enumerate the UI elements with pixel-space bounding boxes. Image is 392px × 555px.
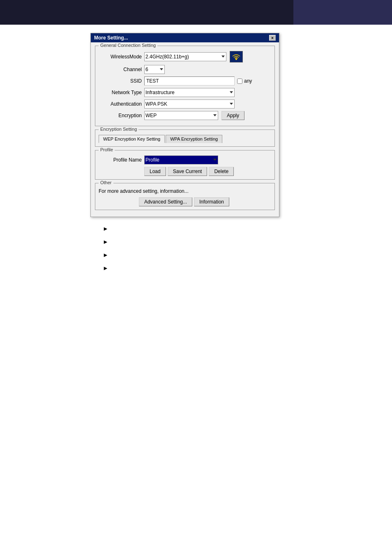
any-checkbox-row: any [237,78,252,84]
svg-point-0 [235,58,237,60]
delete-button[interactable]: Delete [209,167,234,176]
bullet-arrow-4: ► [103,265,108,271]
other-section-content: For more advanced setting, information..… [99,188,271,206]
encryption-select[interactable]: WEP [144,111,218,120]
information-button[interactable]: Information [194,197,229,206]
top-bar-right-block [293,0,392,25]
general-section-title: General Connection Setting [99,43,157,48]
advanced-setting-button[interactable]: Advanced Setting... [139,197,192,206]
content-area: More Setting... × General Connection Set… [0,25,392,294]
channel-select[interactable]: 6 [144,65,165,74]
bullet-section: ► ► ► ► [90,217,392,286]
encryption-tabs: WEP Encryption Key Setting WPA Encryptio… [99,135,271,143]
ssid-label: SSID [99,78,142,84]
dialog-title: More Setting... [94,35,128,41]
ssid-input[interactable] [144,76,235,86]
top-bar [0,0,392,25]
encryption-label: Encryption [99,113,142,118]
bullet-arrow-1: ► [103,225,108,232]
general-section-content: WirelessMode 2.4GHz(802.11b+g) [99,51,271,120]
close-icon: × [271,36,274,40]
profile-name-label: Profile Name [99,157,142,163]
wireless-mode-row: WirelessMode 2.4GHz(802.11b+g) [99,51,271,62]
authentication-select[interactable]: WPA PSK [144,99,235,109]
profile-buttons: Load Save Current Delete [144,167,271,176]
bullet-item-4: ► [103,265,380,271]
bullet-item-2: ► [103,238,380,245]
save-current-button[interactable]: Save Current [168,167,208,176]
ssid-row: SSID any [99,76,271,86]
load-button[interactable]: Load [144,167,166,176]
wireless-icon [230,51,243,62]
profile-section: Profile Profile Name Profile Load Save C… [95,150,275,180]
wep-tab-label: WEP Encryption Key Setting [103,136,160,141]
encryption-setting-section: Encryption Setting WEP Encryption Key Se… [95,130,275,147]
encryption-section-title: Encryption Setting [99,127,138,132]
profile-name-select[interactable]: Profile [144,155,218,164]
dialog-close-button[interactable]: × [269,35,276,41]
profile-section-title: Profile [99,147,115,152]
network-type-label: Network Type [99,90,142,95]
more-setting-dialog: More Setting... × General Connection Set… [90,33,279,217]
network-type-select[interactable]: Infrastructure [144,88,235,97]
other-buttons: Advanced Setting... Information [99,197,271,206]
channel-label: Channel [99,67,142,72]
other-description: For more advanced setting, information..… [99,188,271,194]
authentication-label: Authentication [99,101,142,107]
other-section: Other For more advanced setting, informa… [95,183,275,210]
bullet-item-1: ► [103,225,380,232]
profile-name-row: Profile Name Profile [99,155,271,164]
apply-button[interactable]: Apply [221,111,244,120]
wireless-mode-label: WirelessMode [99,54,142,60]
wireless-mode-select[interactable]: 2.4GHz(802.11b+g) [144,52,226,61]
encryption-row: Encryption WEP Apply [99,111,271,120]
wpa-tab-label: WPA Encryption Setting [170,136,218,141]
bullet-arrow-2: ► [103,238,108,245]
bullet-arrow-3: ► [103,252,108,258]
bullet-item-3: ► [103,252,380,258]
authentication-row: Authentication WPA PSK [99,99,271,109]
other-section-title: Other [99,180,113,185]
dialog-body: General Connection Setting WirelessMode … [91,42,279,217]
dialog-titlebar: More Setting... × [91,33,279,42]
any-label: any [244,78,252,84]
wep-encryption-tab[interactable]: WEP Encryption Key Setting [99,135,165,143]
network-type-row: Network Type Infrastructure [99,88,271,97]
general-connection-section: General Connection Setting WirelessMode … [95,46,275,126]
channel-row: Channel 6 [99,65,271,74]
any-checkbox[interactable] [237,79,242,84]
encryption-section-content: WEP Encryption Key Setting WPA Encryptio… [99,135,271,143]
profile-section-content: Profile Name Profile Load Save Current D… [99,155,271,176]
wpa-encryption-tab[interactable]: WPA Encryption Setting [166,135,222,143]
